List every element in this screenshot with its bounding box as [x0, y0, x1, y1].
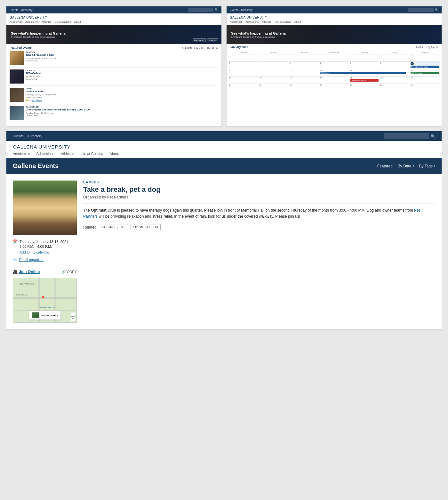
cal-grid-icon[interactable]: ⊞ — [436, 46, 438, 48]
nav-link-directory-left[interactable]: Directory — [21, 8, 33, 12]
nav-academics-right[interactable]: Academics — [230, 20, 242, 23]
svg-text:SOUTHGATE: SOUTHGATE — [16, 294, 28, 296]
cal-day-21[interactable]: 21 Crossing the Caspian — [349, 76, 379, 83]
event-organizer: Organized by Pet Partners — [83, 195, 435, 199]
filter-bytags-btn[interactable]: By Tags ▾ — [419, 164, 435, 168]
cal-day-26[interactable]: 26 — [289, 84, 319, 91]
cal-day[interactable] — [289, 54, 319, 61]
hero-rss-btn-left[interactable]: Add to RSS — [193, 38, 206, 42]
event-name-2[interactable]: TEDxGallena — [26, 72, 218, 75]
nav-lifeat-left[interactable]: Life at Gallena — [54, 20, 71, 23]
nav-links-bottom: Events Directory — [13, 134, 42, 138]
buy-tickets-link[interactable]: Buy Tickets — [32, 99, 42, 101]
cal-day-8[interactable]: 8 — [380, 61, 409, 69]
join-online-link[interactable]: 🎥 Join Online — [13, 270, 40, 274]
cal-day-18[interactable]: 18 — [259, 76, 288, 83]
add-calendar-link[interactable]: Add to my calendar — [20, 250, 68, 255]
cal-day-1[interactable]: 1 — [380, 54, 409, 61]
cal-day-11[interactable]: 11 — [259, 69, 288, 76]
day-sun: Sunday — [228, 52, 259, 53]
cal-day-4[interactable]: 4 — [259, 61, 288, 69]
cal-day-5[interactable]: 5 — [289, 61, 319, 69]
filter-all-left[interactable]: All Events — [182, 47, 192, 49]
cal-day-29[interactable]: 29 — [380, 84, 409, 91]
map-plus-btn[interactable]: + — [71, 312, 75, 317]
cal-event-ted[interactable]: TEDxGallena — [320, 72, 405, 74]
event-item-4: CANCELLED Crossing the Caspian: Persia a… — [10, 106, 218, 122]
cal-day-30[interactable]: 30 — [410, 84, 440, 91]
cal-day-12[interactable]: 12 — [289, 69, 319, 76]
cal-day-10[interactable]: 10 — [228, 69, 258, 76]
cal-day-6[interactable]: 6 — [319, 61, 349, 69]
cal-day-17[interactable]: 17 — [228, 76, 258, 83]
cal-event-caspian[interactable]: Crossing the Caspian — [350, 79, 379, 82]
cal-day-23[interactable]: 23 — [410, 76, 440, 83]
nav-lifeat-right[interactable]: Life at Gallena — [275, 20, 291, 23]
cal-day-22[interactable]: 22 — [380, 76, 409, 83]
nav-academics-bottom[interactable]: Academics — [13, 152, 30, 156]
nav-athletics-left[interactable]: Athletics — [42, 20, 51, 23]
pet-partners-link[interactable]: Pet Partners — [83, 208, 420, 219]
nav-link-events-bottom[interactable]: Events — [13, 134, 24, 138]
filter-date-left[interactable]: ↓ By Date — [194, 47, 204, 49]
cal-filter-tag[interactable]: ↓ By Tag — [426, 46, 435, 48]
tag-optimist-club[interactable]: OPTIMIST CLUB — [131, 224, 161, 230]
map-area[interactable]: OLD PALO ALTO SOUTHGATE California Avenu… — [13, 278, 77, 323]
nav-about-bottom[interactable]: About — [110, 152, 119, 156]
nav-link-events-right[interactable]: Events — [230, 8, 239, 12]
map-minus-btn[interactable]: − — [71, 317, 75, 321]
cal-day-7[interactable]: 7 — [349, 61, 379, 69]
cal-event-violin[interactable]: Violin Concerto — [411, 72, 439, 74]
search-input-left[interactable] — [188, 8, 213, 12]
filter-bydate-btn[interactable]: By Date ▾ — [398, 164, 414, 168]
search-input-bottom[interactable] — [384, 133, 429, 139]
nav-about-right[interactable]: About — [294, 20, 301, 23]
uni-header-right: GALLENA UNIVERSITY Academics Admissions … — [227, 13, 442, 25]
nav-admissions-right[interactable]: Admissions — [245, 20, 259, 23]
cal-day-13[interactable]: 13 TEDxGallena — [319, 69, 349, 76]
copy-button[interactable]: 🔗 COPY — [61, 270, 77, 274]
filter-featured-btn[interactable]: Featured — [377, 164, 393, 168]
cal-filter-date[interactable]: ↓ By Date — [414, 46, 424, 48]
hero-cal-btn-left[interactable]: iCal/iCAL — [207, 38, 218, 42]
event-name-3[interactable]: Violin Concerto — [26, 90, 218, 93]
cal-day-25[interactable]: 25 — [259, 84, 288, 91]
nav-athletics-bottom[interactable]: Athletics — [61, 152, 74, 156]
nav-lifeat-bottom[interactable]: Life at Gallena — [81, 152, 103, 156]
cal-day[interactable] — [259, 54, 288, 61]
nav-about-left[interactable]: About — [74, 20, 81, 23]
event-name-1[interactable]: Take a break, pet a dog — [26, 53, 218, 56]
search-icon-bottom[interactable]: 🔍 — [431, 134, 435, 138]
filter-tag-left[interactable]: ↓ By Tag — [205, 47, 214, 49]
cal-event-dog[interactable]: Take a break, pet a dog — [411, 66, 439, 68]
uni-nav-right: Academics Admissions Athletics Life at G… — [230, 20, 438, 23]
cal-day-28[interactable]: 28 — [349, 84, 379, 91]
event-detail-image — [13, 181, 77, 235]
cal-day[interactable] — [228, 54, 258, 61]
nav-link-events-left[interactable]: Events — [10, 8, 19, 12]
cal-day-19[interactable]: 19 — [289, 76, 319, 83]
events-content-left: Featured events All Events ↓ By Date ↓ B… — [6, 44, 221, 126]
cal-day-27[interactable]: 27 — [319, 84, 349, 91]
nav-link-directory-bottom[interactable]: Directory — [28, 134, 42, 138]
nav-athletics-right[interactable]: Athletics — [262, 20, 271, 23]
cal-day[interactable] — [319, 54, 349, 61]
nav-link-directory-right[interactable]: Directory — [241, 8, 253, 12]
email-organizer-link[interactable]: Email organizer — [19, 258, 44, 262]
cal-day-20[interactable]: 20 — [319, 76, 349, 83]
event-name-4[interactable]: Crossing the Caspian: Persia and Europe,… — [26, 108, 218, 111]
cal-day-24[interactable]: 24 — [228, 84, 258, 91]
nav-academics-left[interactable]: Academics — [10, 20, 22, 23]
nav-admissions-left[interactable]: Admissions — [25, 20, 38, 23]
search-icon-right[interactable]: 🔍 — [435, 8, 438, 12]
tag-social-event[interactable]: SOCIAL EVENT — [99, 224, 128, 230]
cal-day-3[interactable]: 3 — [228, 61, 258, 69]
search-input-right[interactable] — [408, 8, 434, 12]
cal-day-9[interactable]: 9 Take a break, pet a dog — [410, 61, 440, 69]
grid-icon-left[interactable]: ⊞ — [216, 46, 218, 49]
cal-day-2[interactable]: 2 — [410, 54, 440, 61]
search-icon-left[interactable]: 🔍 — [215, 8, 218, 12]
cal-day-16[interactable]: 16 Violin Concerto — [410, 69, 440, 76]
nav-admissions-bottom[interactable]: Admissions — [36, 152, 54, 156]
cal-day[interactable] — [349, 54, 379, 61]
